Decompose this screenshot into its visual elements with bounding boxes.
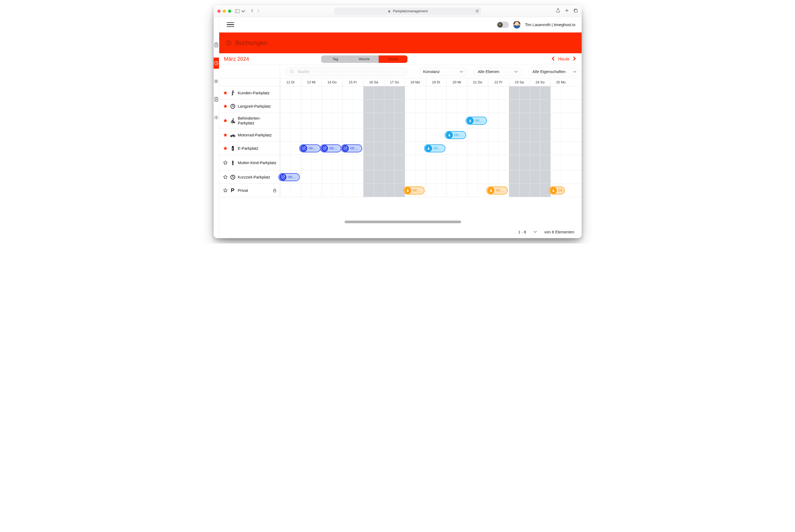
tabs-icon[interactable] [573, 8, 578, 14]
rail-item-settings[interactable] [214, 112, 219, 123]
search-input-container[interactable] [285, 67, 408, 76]
calendar-cell[interactable] [467, 86, 488, 99]
theme-toggle[interactable] [496, 22, 509, 28]
calendar-cell[interactable] [550, 142, 571, 155]
booking-pill[interactable]: 09:... [320, 145, 341, 152]
calendar-cell[interactable] [550, 100, 571, 113]
calendar-cell[interactable] [405, 142, 426, 155]
horizontal-scrollbar[interactable] [345, 221, 527, 223]
calendar-cell[interactable] [384, 171, 405, 184]
calendar-cell[interactable] [363, 128, 384, 141]
rail-item-tasks[interactable] [214, 39, 219, 51]
star-filled-icon[interactable] [223, 146, 228, 151]
calendar-cell[interactable] [342, 155, 363, 170]
star-filled-icon[interactable] [223, 118, 228, 123]
calendar-cell[interactable] [550, 171, 571, 184]
booking-pill[interactable]: 09:... [445, 131, 466, 139]
window-traffic-lights[interactable] [217, 10, 231, 13]
browser-forward-button[interactable] [256, 9, 260, 14]
view-tab-day[interactable]: Tag [321, 55, 350, 63]
calendar-cell[interactable] [280, 184, 301, 197]
view-tab-week[interactable]: Woche [350, 55, 379, 63]
calendar-cell[interactable] [280, 128, 301, 141]
rail-item-bookings[interactable] [214, 58, 219, 69]
calendar-cell[interactable] [301, 113, 322, 128]
rail-item-list[interactable] [214, 76, 219, 87]
calendar-cell[interactable] [301, 184, 322, 197]
calendar-cell[interactable] [280, 100, 301, 113]
calendar-cell[interactable] [488, 155, 509, 170]
search-input[interactable] [298, 69, 403, 74]
resource-label[interactable]: Kurzzeit-Parkplatz [219, 171, 280, 184]
calendar-cell[interactable] [322, 184, 342, 197]
new-tab-icon[interactable] [564, 8, 569, 14]
pager-range[interactable]: 1 - 8 [518, 230, 526, 234]
calendar-cell[interactable] [467, 142, 488, 155]
calendar-cell[interactable] [550, 155, 571, 170]
calendar-cell[interactable] [280, 155, 301, 170]
resource-label[interactable]: Mutter-Kind-Parkplatz [219, 155, 280, 170]
filter-level[interactable]: Alle Ebenen [473, 67, 523, 76]
prev-period-button[interactable] [551, 56, 556, 62]
browser-sidebar-toggle[interactable] [235, 9, 246, 13]
share-icon[interactable] [556, 8, 560, 14]
calendar-cell[interactable] [509, 86, 530, 99]
calendar-cell[interactable] [509, 100, 530, 113]
calendar-cell[interactable] [530, 100, 550, 113]
calendar-cell[interactable] [363, 142, 384, 155]
calendar-cell[interactable] [342, 113, 363, 128]
calendar-cell[interactable] [384, 128, 405, 141]
calendar-cell[interactable] [447, 155, 467, 170]
calendar-cell[interactable] [405, 155, 426, 170]
calendar-cell[interactable] [509, 171, 530, 184]
calendar-cell[interactable] [447, 100, 467, 113]
calendar-cell[interactable] [322, 155, 342, 170]
resource-label[interactable]: Kunden-Parkplatz [219, 86, 280, 99]
calendar-cell[interactable] [363, 100, 384, 113]
calendar-cell[interactable] [447, 86, 467, 99]
calendar-cell[interactable] [467, 155, 488, 170]
calendar-cell[interactable] [363, 86, 384, 99]
calendar-cell[interactable] [322, 171, 342, 184]
calendar-cell[interactable] [509, 142, 530, 155]
calendar-cell[interactable] [530, 86, 550, 99]
calendar-cell[interactable] [509, 113, 530, 128]
calendar-cell[interactable] [530, 184, 550, 197]
resource-label[interactable]: Behinderten-Parkplatz [219, 113, 280, 128]
booking-pill[interactable]: 09:... [278, 173, 300, 181]
calendar-cell[interactable] [384, 113, 405, 128]
reload-icon[interactable] [475, 9, 479, 13]
booking-pill[interactable]: 09:... [486, 187, 508, 194]
calendar-cell[interactable] [530, 171, 550, 184]
booking-pill[interactable]: 09:... [549, 187, 565, 194]
calendar-cell[interactable] [550, 113, 571, 128]
calendar-cell[interactable] [550, 86, 571, 99]
booking-pill[interactable]: 09:... [466, 117, 487, 125]
calendar-cell[interactable] [342, 100, 363, 113]
calendar-cell[interactable] [426, 171, 447, 184]
calendar-cell[interactable] [530, 142, 550, 155]
star-filled-icon[interactable] [223, 104, 228, 109]
star-outline-icon[interactable] [223, 175, 228, 179]
calendar-cell[interactable] [363, 113, 384, 128]
calendar-cell[interactable] [530, 128, 550, 141]
browser-address-bar[interactable]: Parkplatzmanagement [335, 7, 481, 15]
star-filled-icon[interactable] [223, 91, 228, 95]
calendar-cell[interactable] [467, 184, 488, 197]
today-button[interactable]: Heute [558, 57, 570, 61]
calendar-cell[interactable] [488, 171, 509, 184]
calendar-cell[interactable] [322, 100, 342, 113]
avatar[interactable] [513, 21, 521, 28]
calendar-cell[interactable] [322, 128, 342, 141]
calendar-cell[interactable] [467, 128, 488, 141]
calendar-cell[interactable] [426, 155, 447, 170]
calendar-cell[interactable] [488, 113, 509, 128]
calendar-cell[interactable] [384, 86, 405, 99]
calendar-cell[interactable] [550, 128, 571, 141]
calendar-cell[interactable] [488, 100, 509, 113]
calendar-cell[interactable] [405, 100, 426, 113]
calendar-cell[interactable] [447, 171, 467, 184]
chevron-down-icon[interactable] [533, 230, 537, 234]
calendar-cell[interactable] [280, 86, 301, 99]
calendar-cell[interactable] [509, 155, 530, 170]
